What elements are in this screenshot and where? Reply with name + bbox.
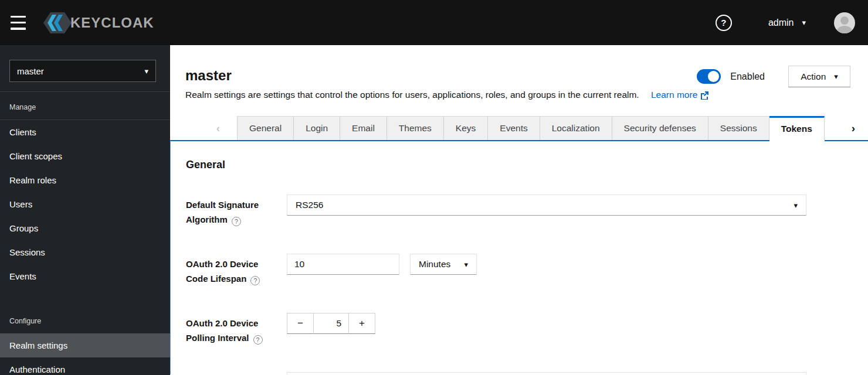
sidebar-item-groups[interactable]: Groups (0, 216, 170, 240)
tab-general[interactable]: General (237, 116, 294, 140)
field-device-polling-interval: OAuth 2.0 Device Polling Interval? − + (186, 313, 868, 345)
chevron-right-icon: › (852, 122, 855, 134)
caret-down-icon: ▾ (144, 67, 148, 75)
field-help-icon[interactable]: ? (253, 335, 263, 345)
minus-button[interactable]: − (287, 313, 313, 334)
plus-button[interactable]: + (349, 313, 375, 334)
realm-settings-tabs: ‹ General Login Email Themes Keys Events… (170, 116, 868, 140)
manage-nav-list: Clients Client scopes Realm roles Users … (0, 120, 170, 288)
chevron-left-icon: ‹ (216, 122, 220, 134)
user-avatar-icon (834, 13, 855, 33)
tabs-scroll-left-button[interactable]: ‹ (199, 116, 237, 140)
tab-themes[interactable]: Themes (387, 116, 444, 140)
caret-down-icon: ▾ (802, 19, 806, 26)
username: admin (768, 18, 794, 28)
tabs-scroll-right-button[interactable]: › (840, 116, 867, 140)
field-help-icon[interactable]: ? (250, 276, 260, 285)
field-label: Default Signature Algorithm? (186, 197, 275, 227)
section-title: General (186, 159, 868, 171)
polling-interval-value-input[interactable] (313, 313, 349, 334)
tab-localization[interactable]: Localization (540, 116, 612, 140)
polling-interval-stepper: − + (287, 313, 375, 345)
realm-selector-section: master ▾ (0, 45, 170, 92)
sidebar-item-realm-roles[interactable]: Realm roles (0, 168, 170, 192)
action-dropdown-button[interactable]: Action ▾ (788, 66, 850, 87)
tab-email[interactable]: Email (340, 116, 387, 140)
field-device-code-lifespan: OAuth 2.0 Device Code Lifespan? Minutes … (186, 254, 868, 286)
tokens-tab-content: General Default Signature Algorithm? RS2… (170, 140, 868, 374)
main-content: master Realm settings are settings that … (170, 45, 868, 375)
device-code-lifespan-input[interactable] (287, 254, 399, 275)
nav-group-manage: Manage (0, 92, 170, 120)
tab-login[interactable]: Login (294, 116, 340, 140)
field-label: OAuth 2.0 Device Code Lifespan? (186, 257, 275, 286)
caret-down-icon: ▾ (464, 261, 468, 268)
sidebar-item-client-scopes[interactable]: Client scopes (0, 144, 170, 168)
default-signature-algorithm-select[interactable]: RS256 ▾ (287, 195, 806, 216)
user-menu[interactable]: admin ▾ (768, 18, 806, 28)
realm-description: Realm settings are settings that control… (185, 90, 850, 100)
caret-down-icon: ▾ (794, 202, 798, 209)
sidebar-item-realm-settings[interactable]: Realm settings (0, 333, 170, 357)
keycloak-logo-icon (42, 10, 73, 36)
tab-keys[interactable]: Keys (444, 116, 488, 140)
page-header: master Realm settings are settings that … (170, 45, 868, 116)
sidebar: master ▾ Manage Clients Client scopes Re… (0, 45, 170, 375)
selected-value: Minutes (419, 259, 450, 270)
tab-list: General Login Email Themes Keys Events L… (237, 116, 825, 140)
nav-toggle-icon[interactable] (11, 16, 28, 30)
field-short-verification-uri: Short verification_uri in Device Authori… (186, 372, 868, 374)
enabled-label: Enabled (730, 71, 765, 82)
topbar-actions: ? admin ▾ (716, 12, 855, 33)
help-icon[interactable]: ? (716, 15, 732, 31)
sidebar-item-clients[interactable]: Clients (0, 120, 170, 144)
brand-text: KEYCLOAK (70, 15, 154, 31)
field-default-signature-algorithm: Default Signature Algorithm? RS256 ▾ (186, 195, 868, 227)
sidebar-item-sessions[interactable]: Sessions (0, 240, 170, 264)
sidebar-item-authentication[interactable]: Authentication (0, 357, 170, 375)
external-link-icon (700, 91, 709, 100)
tab-security-defenses[interactable]: Security defenses (612, 116, 708, 140)
short-verification-uri-input[interactable] (287, 372, 806, 374)
realm-enabled-toggle[interactable] (697, 69, 721, 84)
avatar[interactable] (834, 12, 855, 33)
topbar: KEYCLOAK ? admin ▾ (0, 0, 868, 45)
header-controls: Enabled Action ▾ (697, 66, 850, 87)
realm-selector[interactable]: master ▾ (9, 60, 156, 82)
selected-value: RS256 (296, 200, 323, 210)
configure-nav-list: Realm settings Authentication (0, 333, 170, 375)
nav-group-configure: Configure (0, 306, 170, 333)
realm-description-text: Realm settings are settings that control… (185, 90, 639, 100)
tab-tokens[interactable]: Tokens (769, 116, 825, 140)
sidebar-item-users[interactable]: Users (0, 192, 170, 216)
current-realm: master (17, 66, 44, 76)
device-code-lifespan-unit-select[interactable]: Minutes ▾ (410, 254, 477, 275)
caret-down-icon: ▾ (834, 73, 838, 80)
field-label: OAuth 2.0 Device Polling Interval? (186, 316, 275, 345)
tab-events[interactable]: Events (488, 116, 540, 140)
field-help-icon[interactable]: ? (232, 217, 241, 226)
sidebar-item-events[interactable]: Events (0, 264, 170, 288)
learn-more-link[interactable]: Learn more (651, 90, 709, 100)
tab-sessions[interactable]: Sessions (708, 116, 769, 140)
keycloak-logo: KEYCLOAK (42, 10, 154, 36)
